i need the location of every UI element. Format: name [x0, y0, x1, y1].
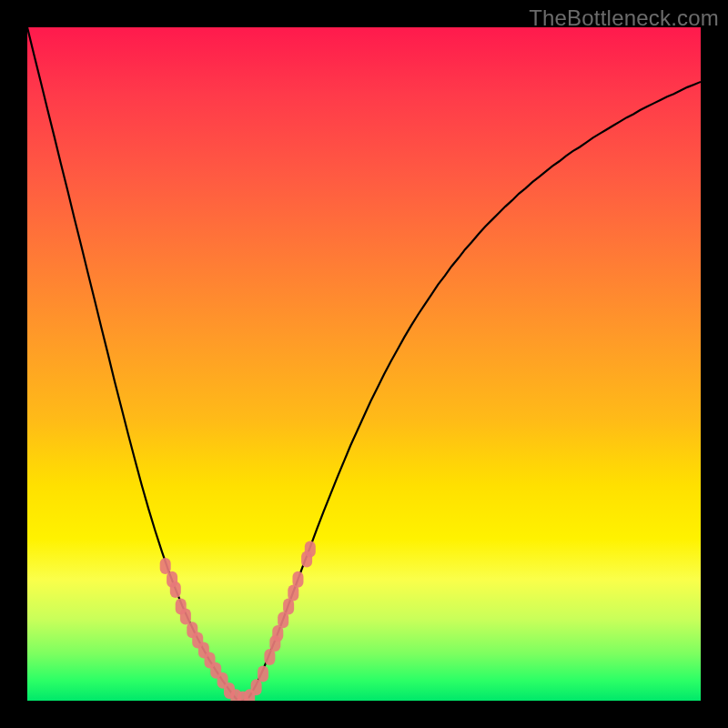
data-marker — [258, 665, 268, 682]
curve-left-arm — [27, 27, 243, 701]
data-marker — [180, 609, 191, 625]
data-marker — [305, 541, 316, 558]
curve-layer — [27, 27, 701, 701]
data-marker — [251, 679, 262, 695]
data-marker — [292, 571, 303, 588]
plot-area — [27, 27, 701, 701]
data-marker — [160, 558, 171, 574]
chart-frame: TheBottleneck.com — [0, 0, 728, 728]
curve-right-arm — [243, 82, 701, 701]
marker-group — [160, 541, 316, 702]
data-marker — [170, 581, 181, 598]
